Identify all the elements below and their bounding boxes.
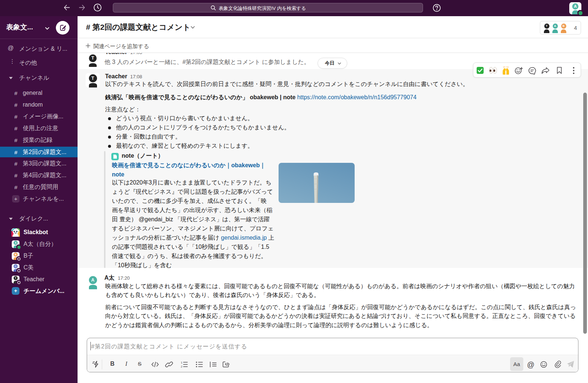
svg-text:2: 2 xyxy=(181,365,182,368)
svg-text:1: 1 xyxy=(181,361,182,364)
